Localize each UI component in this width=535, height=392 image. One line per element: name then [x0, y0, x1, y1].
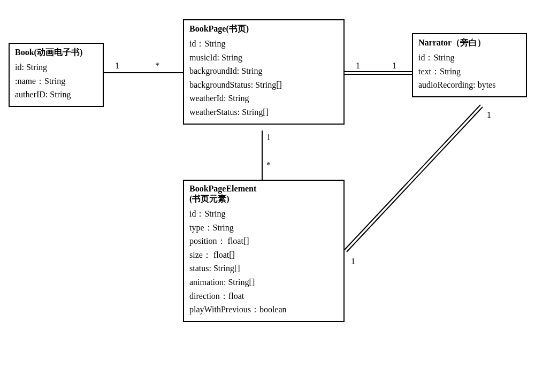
- class-bookpage-attr-3: backgroundStatus: String[]: [189, 78, 338, 92]
- class-bookpage-attr-5: weatherStatus: String[]: [189, 105, 338, 119]
- class-bookpage-attr-4: weatherId: String: [189, 91, 338, 105]
- class-bookpageelement-attr-6: direction：float: [189, 289, 338, 303]
- class-bookpageelement-attr-5: animation: String[]: [189, 275, 338, 289]
- mult-book-page-right: *: [155, 61, 159, 71]
- class-bookpageelement: BookPageElement (书页元素) id：String type：St…: [183, 180, 345, 322]
- class-bookpageelement-attr-2: position： float[]: [189, 234, 338, 248]
- mult-element-narrator-right: 1: [487, 110, 491, 120]
- class-bookpageelement-attr-4: status: String[]: [189, 262, 338, 275]
- class-bookpageelement-attr-0: id：String: [189, 207, 338, 221]
- assoc-element-narrator-a: [345, 105, 480, 250]
- class-book-attr-0: id: String: [15, 60, 97, 74]
- class-book: Book(动画电子书) id: String :name：String auth…: [9, 43, 104, 107]
- class-narrator: Narrator（旁白） id：String text：String audio…: [412, 33, 527, 97]
- class-bookpage-attr-1: musicId: String: [189, 51, 338, 65]
- class-bookpageelement-attr-3: size： float[]: [189, 248, 338, 262]
- class-narrator-title: Narrator（旁白）: [418, 37, 521, 49]
- class-book-attr-1: :name：String: [15, 74, 97, 88]
- mult-page-element-bottom: *: [266, 160, 271, 170]
- class-narrator-attr-0: id：String: [418, 51, 521, 65]
- mult-page-narrator-left: 1: [356, 61, 360, 71]
- class-narrator-attr-1: text：String: [418, 65, 521, 79]
- mult-page-element-top: 1: [266, 133, 271, 142]
- class-bookpage-title: BookPage(书页): [189, 24, 338, 35]
- mult-page-narrator-right: 1: [392, 61, 396, 71]
- class-bookpageelement-attr-1: type：String: [189, 221, 338, 235]
- class-bookpage: BookPage(书页) id：String musicId: String b…: [183, 19, 345, 125]
- class-bookpage-attr-2: backgroundId: String: [189, 64, 338, 78]
- class-bookpage-attr-0: id：String: [189, 37, 338, 51]
- class-book-attr-2: autherID: String: [15, 88, 97, 102]
- class-book-title: Book(动画电子书): [15, 47, 97, 58]
- class-bookpageelement-subtitle: (书页元素): [189, 194, 338, 205]
- class-bookpageelement-attr-7: playWithPrevious：boolean: [189, 303, 338, 317]
- assoc-element-narrator-b: [347, 107, 483, 252]
- mult-element-narrator-left: 1: [351, 257, 355, 266]
- uml-canvas: Book(动画电子书) id: String :name：String auth…: [0, 0, 535, 392]
- class-bookpageelement-title: BookPageElement: [189, 184, 338, 194]
- class-narrator-attr-2: audioRecording: bytes: [418, 78, 521, 92]
- mult-book-page-left: 1: [115, 61, 119, 71]
